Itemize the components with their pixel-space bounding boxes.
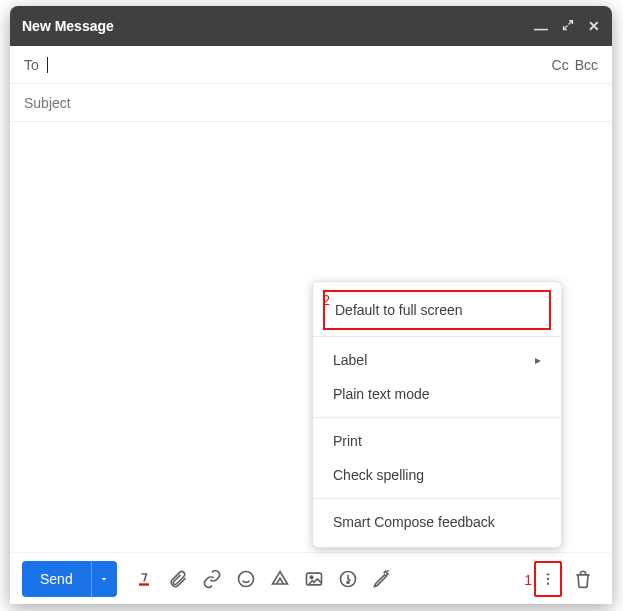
minimize-icon[interactable]: — (534, 21, 548, 37)
compose-header: New Message — ✕ (10, 6, 612, 46)
close-icon[interactable]: ✕ (588, 18, 600, 34)
menu-separator (313, 417, 561, 418)
menu-check-spelling[interactable]: Check spelling (313, 458, 561, 492)
subject-row[interactable] (10, 84, 612, 122)
cc-button[interactable]: Cc (552, 57, 569, 73)
insert-photo-icon[interactable] (297, 561, 331, 597)
menu-smart-compose[interactable]: Smart Compose feedback (313, 505, 561, 539)
to-input[interactable] (48, 55, 546, 75)
menu-label[interactable]: Label ▸ (313, 343, 561, 377)
drive-icon[interactable] (263, 561, 297, 597)
highlight-default-full-screen: Default to full screen (323, 290, 551, 330)
more-options-button[interactable] (534, 561, 562, 597)
more-options-menu: Default to full screen Label ▸ Plain tex… (312, 281, 562, 548)
svg-point-6 (547, 577, 549, 579)
link-icon[interactable] (195, 561, 229, 597)
formatting-icon[interactable] (127, 561, 161, 597)
to-label: To (24, 57, 39, 73)
send-group: Send (22, 561, 117, 597)
svg-point-5 (547, 573, 549, 575)
menu-plain-text[interactable]: Plain text mode (313, 377, 561, 411)
discard-icon[interactable] (566, 561, 600, 597)
attach-icon[interactable] (161, 561, 195, 597)
svg-point-0 (238, 571, 253, 586)
subject-input[interactable] (24, 93, 598, 113)
menu-default-full-screen[interactable]: Default to full screen (325, 295, 549, 325)
svg-rect-4 (346, 580, 349, 583)
confidential-icon[interactable] (331, 561, 365, 597)
compose-window: New Message — ✕ To Cc Bcc Send (10, 6, 612, 604)
emoji-icon[interactable] (229, 561, 263, 597)
to-row[interactable]: To Cc Bcc (10, 46, 612, 84)
bcc-button[interactable]: Bcc (575, 57, 598, 73)
menu-separator (313, 498, 561, 499)
chevron-right-icon: ▸ (535, 353, 541, 367)
menu-label-text: Label (333, 352, 367, 368)
pen-icon[interactable] (365, 561, 399, 597)
send-dropdown[interactable] (91, 561, 117, 597)
compose-title: New Message (22, 18, 534, 34)
menu-separator (313, 336, 561, 337)
expand-icon[interactable] (562, 18, 574, 34)
menu-print[interactable]: Print (313, 424, 561, 458)
svg-point-2 (310, 576, 313, 579)
send-button[interactable]: Send (22, 561, 91, 597)
svg-point-7 (547, 582, 549, 584)
compose-toolbar: Send (10, 552, 612, 604)
